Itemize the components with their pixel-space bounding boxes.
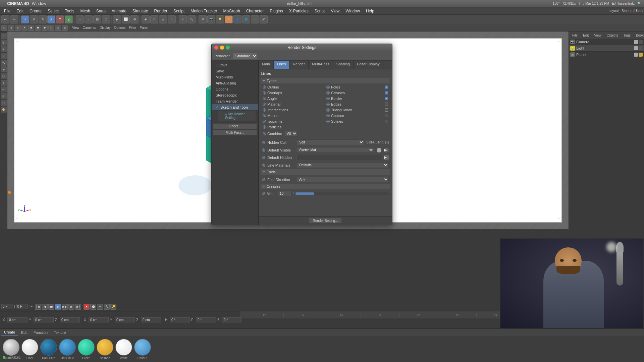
tool2-8[interactable]: ⬠ <box>48 25 54 31</box>
tool-points[interactable]: · <box>85 15 93 23</box>
type-isoparms[interactable]: Isoparms <box>262 119 325 124</box>
radio-triangulation[interactable] <box>326 108 330 112</box>
btn-to-start[interactable]: |◀ <box>35 304 41 310</box>
check-triangulation[interactable] <box>385 108 388 112</box>
b-input[interactable] <box>222 317 242 322</box>
renderer-select[interactable]: Standard <box>232 53 258 59</box>
sidebar-select[interactable]: ↖ <box>1 33 7 39</box>
right-tab-bookmarks[interactable]: Bookmarks <box>634 33 644 38</box>
tool2-1[interactable]: ⬡ <box>1 25 7 31</box>
check-folds[interactable]: ✓ <box>385 85 388 89</box>
cameras-label[interactable]: Cameras <box>82 26 98 29</box>
sidebar-tool11[interactable]: ⬠ <box>1 100 7 106</box>
window-menu[interactable]: Window <box>32 1 46 6</box>
default-visible-select[interactable]: Sketch Mat <box>296 147 374 153</box>
types-section-header[interactable]: Types <box>261 78 390 83</box>
z-pos-input[interactable] <box>60 317 80 322</box>
tab-render[interactable]: Render <box>289 61 309 69</box>
material-salmon[interactable]: Salmon <box>97 339 113 360</box>
tool-rotate[interactable]: ↻ <box>39 15 47 23</box>
apple-icon[interactable]:  <box>3 1 4 6</box>
tool-sketch[interactable]: ✏ <box>179 15 187 23</box>
menu-mograph[interactable]: MoGraph <box>221 8 243 14</box>
p-input[interactable] <box>196 317 216 322</box>
radio-line-materials[interactable] <box>262 164 265 167</box>
type-angle[interactable]: Angle <box>262 96 325 101</box>
radio-edges[interactable] <box>326 103 330 106</box>
tool-render-view[interactable]: ⬜ <box>122 15 130 23</box>
type-triangulation[interactable]: Triangulation <box>326 108 389 112</box>
folds-section-header[interactable]: Folds <box>261 169 390 175</box>
radio-intersections[interactable] <box>263 108 266 112</box>
tool-snapping[interactable]: S <box>225 15 233 23</box>
right-tab-file[interactable]: File <box>570 33 580 38</box>
menu-edit[interactable]: Edit <box>14 8 26 14</box>
start-frame-input[interactable] <box>1 304 13 309</box>
tool-y[interactable]: Y <box>56 15 64 23</box>
multipass-btn[interactable]: Multi-Pass... <box>213 130 257 135</box>
menu-character[interactable]: Character <box>244 8 267 14</box>
btn-prev-frame[interactable]: ◀ <box>42 304 48 310</box>
hidden-cull-select[interactable]: Self <box>296 139 364 145</box>
tab-main[interactable]: Main <box>259 61 274 69</box>
panel-label[interactable]: Panel <box>139 26 150 29</box>
menu-file[interactable]: File <box>1 8 13 14</box>
tool-floor[interactable]: ▭ <box>251 15 259 23</box>
type-overlaps[interactable]: Overlaps <box>262 90 325 95</box>
menu-snap[interactable]: Snap <box>94 8 108 14</box>
tool2-4[interactable]: ✦ <box>21 25 28 31</box>
tool-cone[interactable]: △ <box>159 15 167 23</box>
x-rot-input[interactable] <box>89 317 109 322</box>
sidebar-options[interactable]: Options <box>212 86 258 92</box>
tab-shading[interactable]: Shading <box>333 61 354 69</box>
y-rot-input[interactable] <box>115 317 135 322</box>
check-self-culling[interactable] <box>385 141 389 144</box>
type-combine[interactable]: Combine All <box>262 130 325 137</box>
btn-autokey[interactable]: 🔑 <box>110 304 116 310</box>
sidebar-tool7[interactable]: ⬡ <box>1 73 7 79</box>
type-material[interactable]: Material <box>262 102 325 107</box>
tool-x[interactable]: X <box>47 15 55 23</box>
menu-mesh[interactable]: Mesh <box>77 8 93 14</box>
dialog-maximize-btn[interactable] <box>226 46 230 50</box>
radio-fold-direction[interactable] <box>262 178 265 181</box>
check-splines[interactable] <box>385 120 388 123</box>
sidebar-output[interactable]: Output <box>212 62 258 68</box>
tool-camera-ico[interactable]: 📷 <box>207 15 215 23</box>
material-dollar[interactable]: Dollar.1 <box>134 339 151 360</box>
sidebar-tool10[interactable]: ⊟ <box>1 93 7 99</box>
radio-folds[interactable] <box>326 85 330 89</box>
effect-btn[interactable]: Effect... <box>213 123 257 129</box>
z-rot-input[interactable] <box>141 317 161 322</box>
material-white[interactable]: White <box>115 339 132 360</box>
creases-section-header[interactable]: Creases <box>261 184 390 189</box>
tool-render-settings[interactable]: ⚙ <box>130 15 139 23</box>
tool-grid[interactable]: ⊞ <box>199 15 207 23</box>
default-visible-arrow[interactable]: ▶ <box>384 148 389 153</box>
h-input[interactable] <box>170 317 190 322</box>
object-camera[interactable]: 📷 Camera <box>569 39 644 45</box>
material-dark-blue-1[interactable]: Dark Blue <box>40 339 57 360</box>
tool-edges[interactable]: ⊟ <box>93 15 101 23</box>
type-contour[interactable]: Contour <box>326 113 389 118</box>
line-materials-select[interactable]: Defaults <box>296 162 389 168</box>
radio-combine[interactable] <box>263 132 266 135</box>
btn-add-key[interactable]: + <box>97 304 103 310</box>
menu-animate[interactable]: Animate <box>109 8 129 14</box>
object-plane[interactable]: ▭ Plane <box>569 52 644 58</box>
menu-select[interactable]: Select <box>45 8 61 14</box>
radio-hidden-cull[interactable] <box>262 141 265 144</box>
view-label[interactable]: View <box>71 26 81 29</box>
menu-create[interactable]: Create <box>27 8 44 14</box>
menu-script[interactable]: Script <box>312 8 328 14</box>
sidebar-antialiasing[interactable]: Anti-Aliasing <box>212 80 258 86</box>
x-pos-input[interactable] <box>7 317 28 322</box>
menu-plugins[interactable]: Plugins <box>267 8 285 14</box>
radio-creases[interactable] <box>326 91 330 95</box>
tool-character-ico[interactable]: 👤 <box>233 15 241 23</box>
btn-motion[interactable]: 🔧 <box>104 304 110 310</box>
type-creases[interactable]: Creases ✓ <box>326 90 389 95</box>
tab-editor-display[interactable]: Editor Display <box>354 61 383 69</box>
radio-crease-min[interactable] <box>262 192 265 195</box>
default-visible-swatch[interactable] <box>377 148 381 153</box>
